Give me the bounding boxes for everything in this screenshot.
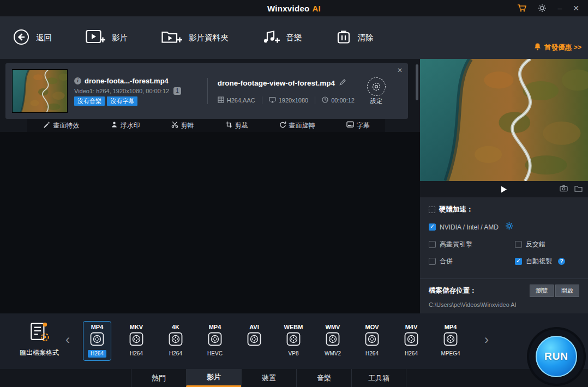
tab-trim-label: 剪輯 <box>181 121 194 130</box>
add-music-button[interactable]: 音樂 <box>262 29 302 46</box>
close-button[interactable]: ✕ <box>573 4 579 12</box>
run-button[interactable]: RUN <box>529 329 584 384</box>
duration-chip: 00:00:12 <box>315 96 361 104</box>
format-card-4k-h264[interactable]: 4K H264 <box>161 321 190 361</box>
track-count-badge[interactable]: 1 <box>173 87 181 95</box>
format-card-webm-vp8[interactable]: WEBM VP8 <box>279 321 308 361</box>
file-name: drone-foota...-forest.mp4 <box>85 77 169 85</box>
save-location-label: 檔案儲存位置： <box>429 286 530 295</box>
tab-subtitle-label: 字幕 <box>357 121 370 130</box>
clear-label: 清除 <box>358 33 374 43</box>
checkbox-unchecked-icon[interactable] <box>515 241 522 248</box>
scrollbar[interactable] <box>416 64 418 100</box>
no-audio-chip[interactable]: 沒有音樂 <box>74 96 105 106</box>
checkbox-unchecked-icon[interactable] <box>429 241 436 248</box>
play-button[interactable] <box>501 186 507 193</box>
output-info: drone-footage-view-of-forest.mp4 H264,AA… <box>207 78 361 104</box>
gpu-settings-gear-icon[interactable] <box>505 222 513 232</box>
trim-icon <box>171 121 178 130</box>
tab-trim[interactable]: 剪輯 <box>171 121 194 130</box>
video-track-info: Video1: h264, 1920x1080, 00:00:12 <box>74 88 169 94</box>
format-card-avi[interactable]: AVI <box>240 321 268 361</box>
watermark-icon <box>111 121 118 130</box>
format-card-mov-h264[interactable]: MOV H264 <box>358 321 386 361</box>
tab-rotate-label: 畫面旋轉 <box>289 121 315 130</box>
film-reel-icon <box>247 332 261 348</box>
add-video-folder-button[interactable]: 影片資料夾 <box>161 29 229 46</box>
save-location-section: 檔案儲存位置： 瀏覽 開啟 C:\Users\pc\Videos\Winxvid… <box>420 279 588 313</box>
rename-pencil-icon[interactable] <box>339 78 346 88</box>
file-thumbnail[interactable] <box>12 69 68 113</box>
tab-video[interactable]: 影片 <box>186 369 241 387</box>
tab-device[interactable]: 裝置 <box>241 369 296 387</box>
app-title-main: Winxvideo <box>267 4 310 13</box>
film-reel-icon <box>443 332 458 348</box>
file-settings-button[interactable]: 設定 <box>361 77 392 105</box>
duration-chip-label: 00:00:12 <box>331 97 355 104</box>
resolution-chip-label: 1920x1080 <box>279 97 308 104</box>
tab-crop-label: 剪裁 <box>235 121 248 130</box>
browse-button[interactable]: 瀏覽 <box>530 285 554 297</box>
promo-label: 首發優惠 >> <box>544 43 581 52</box>
checkbox-checked-icon[interactable] <box>429 223 436 231</box>
gpu-accel-checkbox[interactable]: NVIDIA / Intel / AMD <box>429 223 499 231</box>
run-button-face[interactable]: RUN <box>536 336 577 377</box>
auto-copy-checkbox[interactable]: 自動複製 ? <box>515 257 579 266</box>
open-folder-icon[interactable] <box>574 184 583 194</box>
tab-rotate[interactable]: 畫面旋轉 <box>279 121 315 130</box>
gear-icon[interactable] <box>538 4 547 13</box>
tab-watermark[interactable]: 浮水印 <box>111 121 140 130</box>
help-icon[interactable]: ? <box>558 258 565 265</box>
format-card-mp4-mpeg4[interactable]: MP4 MPEG4 <box>436 321 465 361</box>
gpu-option-label: NVIDIA / Intel / AMD <box>440 223 499 231</box>
merge-checkbox[interactable]: 合併 <box>429 257 515 266</box>
tab-popular[interactable]: 熱門 <box>131 369 186 387</box>
minimize-button[interactable]: – <box>557 4 562 12</box>
tab-crop[interactable]: 剪裁 <box>225 121 248 130</box>
format-card-m4v-h264[interactable]: M4V H264 <box>397 321 425 361</box>
info-icon[interactable]: i <box>74 77 81 84</box>
format-card-mkv-h264[interactable]: MKV H264 <box>122 321 151 361</box>
add-video-button[interactable]: 影片 <box>86 29 128 46</box>
app-title: WinxvideoAI <box>267 4 321 13</box>
tab-effects[interactable]: 畫面特效 <box>43 121 80 130</box>
no-subtitle-chip[interactable]: 沒有字幕 <box>107 96 137 106</box>
hq-engine-checkbox[interactable]: 高畫質引擎 <box>429 240 515 249</box>
bottom-panel: 匯出檔案格式 ‹ › MP4 H264 MKV H264 4K H264 MP4 <box>0 313 588 387</box>
conversion-settings: 硬體加速： NVIDIA / Intel / AMD 高畫質引擎 反交 <box>420 197 588 279</box>
file-card[interactable]: i drone-foota...-forest.mp4 Video1: h264… <box>5 63 408 119</box>
video-preview[interactable] <box>420 59 588 181</box>
formats-prev-button[interactable]: ‹ <box>65 333 70 346</box>
back-label: 返回 <box>36 33 52 43</box>
deinterlace-label: 反交錯 <box>526 240 545 249</box>
remove-file-button[interactable]: ✕ <box>397 66 403 74</box>
export-format-button[interactable]: 匯出檔案格式 <box>9 320 70 358</box>
formats-next-button[interactable]: › <box>484 333 489 346</box>
tab-toolbox[interactable]: 工具箱 <box>351 369 406 387</box>
deinterlace-checkbox[interactable]: 反交錯 <box>515 240 579 249</box>
back-button[interactable]: 返回 <box>13 29 52 47</box>
checkbox-checked-icon[interactable] <box>515 258 522 265</box>
clear-button[interactable]: 清除 <box>336 29 374 46</box>
output-file-name: drone-footage-view-of-forest.mp4 <box>218 79 335 87</box>
film-reel-icon <box>286 332 301 348</box>
format-card-mp4-h264[interactable]: MP4 H264 <box>83 321 111 361</box>
format-card-mp4-hevc[interactable]: MP4 HEVC <box>201 321 229 361</box>
tab-effects-label: 畫面特效 <box>53 121 80 130</box>
format-card-wmv-wmv2[interactable]: WMV WMV2 <box>319 321 347 361</box>
app-window: WinxvideoAI – ✕ 返回 影片 <box>0 0 588 387</box>
codec-chip-label: H264,AAC <box>227 97 255 104</box>
toolbar: 返回 影片 影片資料夾 音樂 清除 <box>0 16 588 59</box>
tab-subtitle[interactable]: 字幕 <box>346 121 370 130</box>
open-button[interactable]: 開啟 <box>555 285 579 297</box>
add-video-folder-label: 影片資料夾 <box>189 33 229 43</box>
cart-icon[interactable] <box>517 4 527 13</box>
checkbox-unchecked-icon[interactable] <box>429 258 436 265</box>
effects-icon <box>43 121 51 130</box>
preview-controls <box>420 181 588 197</box>
bell-icon <box>533 43 542 52</box>
tab-music[interactable]: 音樂 <box>296 369 351 387</box>
snapshot-camera-icon[interactable] <box>560 184 568 194</box>
promo-link[interactable]: 首發優惠 >> <box>533 43 581 52</box>
codec-chip: H264,AAC <box>218 96 262 104</box>
